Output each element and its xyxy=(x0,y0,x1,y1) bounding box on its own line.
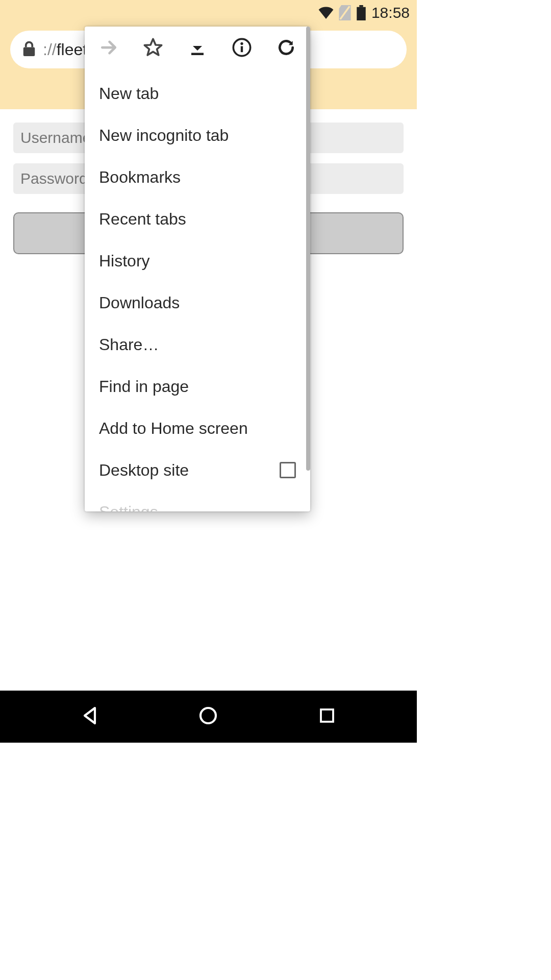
info-button[interactable] xyxy=(223,30,260,67)
svg-rect-4 xyxy=(191,53,204,56)
menu-item-label: Recent tabs xyxy=(99,210,186,229)
info-icon xyxy=(232,37,252,60)
svg-rect-1 xyxy=(359,5,363,7)
recents-button[interactable] xyxy=(312,701,342,732)
download-button[interactable] xyxy=(179,30,216,67)
menu-item-settings[interactable]: Settings xyxy=(85,491,310,511)
triangle-back-icon xyxy=(80,705,100,728)
menu-item-label: Desktop site xyxy=(99,461,189,480)
refresh-button[interactable] xyxy=(268,30,305,67)
menu-item-label: Add to Home screen xyxy=(99,419,248,438)
svg-rect-3 xyxy=(23,47,35,57)
menu-item-share[interactable]: Share… xyxy=(85,324,310,365)
menu-item-downloads[interactable]: Downloads xyxy=(85,282,310,324)
overflow-menu: New tab New incognito tab Bookmarks Rece… xyxy=(85,27,310,511)
arrow-forward-icon xyxy=(99,38,118,59)
battery-icon xyxy=(356,5,366,20)
square-icon xyxy=(318,706,336,727)
menu-item-history[interactable]: History xyxy=(85,240,310,282)
star-outline-icon xyxy=(143,37,163,60)
menu-item-label: Downloads xyxy=(99,293,180,312)
no-sim-icon xyxy=(339,5,351,20)
menu-item-recent-tabs[interactable]: Recent tabs xyxy=(85,198,310,240)
menu-item-new-incognito-tab[interactable]: New incognito tab xyxy=(85,114,310,156)
circle-icon xyxy=(198,705,218,728)
bookmark-button[interactable] xyxy=(135,30,171,67)
menu-item-label: New incognito tab xyxy=(99,126,229,145)
desktop-site-checkbox[interactable] xyxy=(280,462,296,478)
lock-icon xyxy=(22,41,36,58)
svg-rect-7 xyxy=(241,46,243,53)
menu-item-find-in-page[interactable]: Find in page xyxy=(85,365,310,407)
menu-scrollbar[interactable] xyxy=(306,27,310,471)
menu-item-desktop-site[interactable]: Desktop site xyxy=(85,449,310,491)
forward-button[interactable] xyxy=(90,30,127,67)
system-nav-bar xyxy=(0,691,417,743)
status-time: 18:58 xyxy=(371,4,410,21)
wifi-icon xyxy=(318,7,334,19)
refresh-icon xyxy=(277,38,296,59)
home-button[interactable] xyxy=(193,701,223,732)
svg-rect-9 xyxy=(321,709,333,722)
menu-item-list: New tab New incognito tab Bookmarks Rece… xyxy=(85,70,310,511)
status-bar: 18:58 xyxy=(0,0,417,26)
menu-item-label: History xyxy=(99,252,150,271)
menu-item-label: Share… xyxy=(99,335,159,354)
back-button[interactable] xyxy=(74,701,105,732)
menu-item-label: Find in page xyxy=(99,377,189,396)
menu-item-label: New tab xyxy=(99,84,159,103)
menu-item-label: Settings xyxy=(99,503,158,512)
menu-icon-row xyxy=(85,27,310,70)
menu-item-add-to-home-screen[interactable]: Add to Home screen xyxy=(85,407,310,449)
svg-point-6 xyxy=(240,42,243,45)
menu-item-new-tab[interactable]: New tab xyxy=(85,72,310,114)
menu-item-label: Bookmarks xyxy=(99,168,181,187)
svg-point-8 xyxy=(201,708,216,723)
menu-item-bookmarks[interactable]: Bookmarks xyxy=(85,156,310,198)
svg-rect-2 xyxy=(357,7,366,20)
download-icon xyxy=(188,38,207,59)
